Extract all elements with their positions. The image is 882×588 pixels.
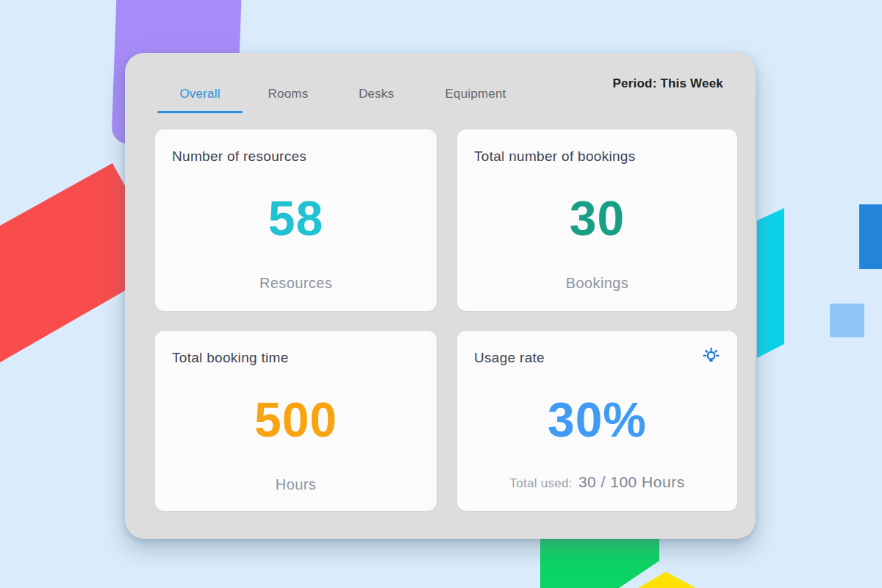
total-used-label: Total used: — [509, 476, 573, 491]
tab-bar: Overall Rooms Desks Equipment — [156, 71, 531, 113]
stat-card-booking-time: Total booking time 500 Hours — [155, 331, 437, 511]
stats-grid: Number of resources 58 Resources Total n… — [155, 129, 737, 511]
tab-overall[interactable]: Overall — [156, 71, 244, 113]
stat-card-bookings: Total number of bookings 30 Bookings — [457, 129, 737, 311]
tab-equipment[interactable]: Equipment — [420, 71, 531, 113]
tab-desks-label: Desks — [359, 87, 394, 101]
app-background: { "theme": { "background": "#daecfb", "p… — [0, 0, 882, 588]
decor-cyan-shape — [753, 202, 797, 364]
decor-blue-rectangle — [859, 204, 882, 269]
period-label: Period: This Week — [613, 76, 723, 91]
card-unit-label: Resources — [155, 275, 437, 292]
card-unit-label: Bookings — [457, 275, 737, 292]
decor-yellow-shape — [634, 570, 700, 588]
stat-card-usage-rate: Usage rate 30% Total used: 30 / 100 Hour… — [457, 331, 737, 511]
tab-desks[interactable]: Desks — [332, 71, 420, 113]
card-unit-label: Hours — [155, 476, 437, 493]
total-used-value: 30 / 100 Hours — [578, 473, 685, 491]
dashboard-panel: Overall Rooms Desks Equipment Period: Th… — [125, 53, 756, 539]
card-title: Total booking time — [172, 350, 289, 366]
usage-rate-value: 30% — [457, 395, 737, 444]
card-title: Number of resources — [172, 148, 306, 165]
booking-time-count: 500 — [155, 395, 437, 444]
usage-rate-caption: Total used: 30 / 100 Hours — [457, 473, 737, 491]
decor-light-blue-square — [830, 304, 864, 337]
bookings-count: 30 — [457, 194, 737, 243]
card-title: Total number of bookings — [474, 148, 636, 165]
tab-rooms[interactable]: Rooms — [244, 71, 332, 113]
decor-green-shape — [540, 536, 662, 588]
stat-card-resources: Number of resources 58 Resources — [155, 129, 437, 311]
resources-count: 58 — [155, 194, 437, 243]
tab-rooms-label: Rooms — [268, 87, 309, 101]
tab-equipment-label: Equipment — [445, 87, 506, 101]
tab-overall-label: Overall — [179, 87, 220, 101]
card-title: Usage rate — [474, 350, 545, 366]
lightbulb-icon[interactable] — [701, 347, 721, 367]
